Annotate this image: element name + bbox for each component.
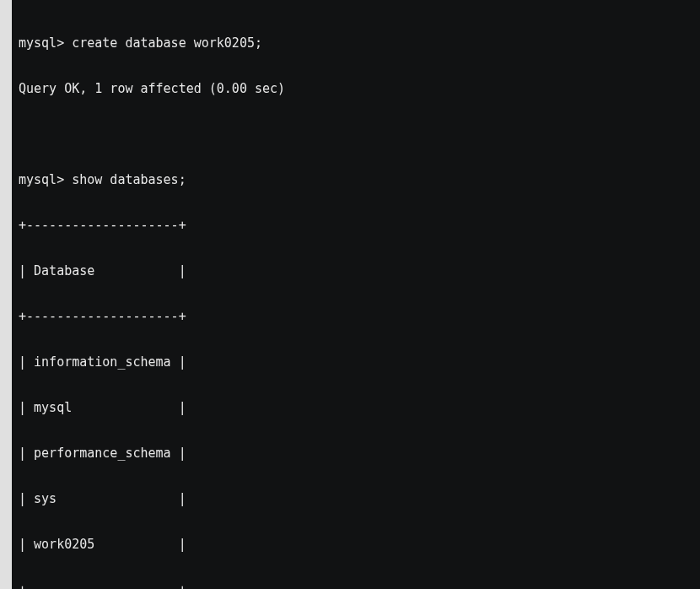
terminal-line: +--------------------+ xyxy=(19,218,693,233)
left-gutter xyxy=(0,0,12,589)
terminal-line: | sys | xyxy=(19,491,693,506)
terminal-line: Query OK, 1 row affected (0.00 sec) xyxy=(19,81,693,96)
terminal-line: +--------------------+ xyxy=(19,582,693,589)
terminal-line: | work0205 | xyxy=(19,537,693,552)
terminal-line: | information_schema | xyxy=(19,354,693,370)
window-frame: mysql> create database work0205; Query O… xyxy=(0,0,700,589)
terminal-line: | performance_schema | xyxy=(19,446,693,461)
terminal-line: mysql> create database work0205; xyxy=(19,35,693,51)
terminal-line: | mysql | xyxy=(19,400,693,415)
terminal-line xyxy=(19,127,693,142)
terminal-line: mysql> show databases; xyxy=(19,172,693,187)
mysql-terminal[interactable]: mysql> create database work0205; Query O… xyxy=(12,0,700,589)
terminal-line: | Database | xyxy=(19,263,693,278)
terminal-line: +--------------------+ xyxy=(19,309,693,324)
